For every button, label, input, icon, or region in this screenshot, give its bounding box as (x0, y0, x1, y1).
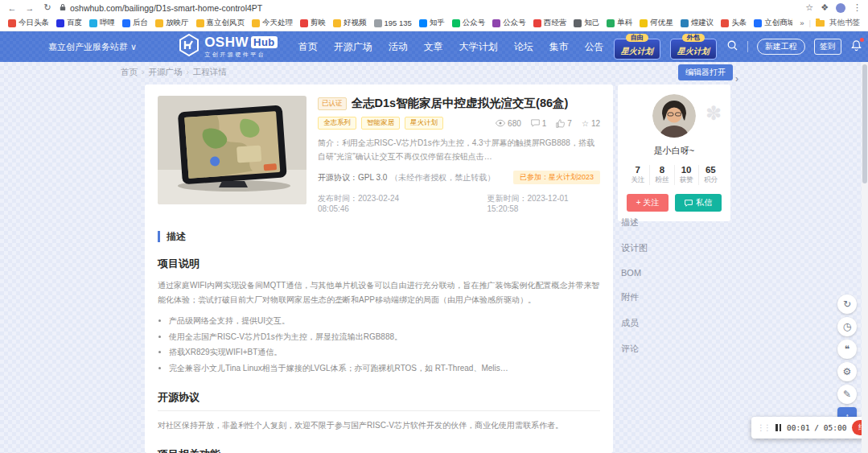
other-bookmarks-label[interactable]: 其他书签 (829, 18, 860, 28)
anchor-nav-item[interactable]: 设计图 (621, 242, 648, 254)
message-button[interactable]: 私信 (675, 194, 722, 212)
breadcrumb-square[interactable]: 开源广场 (138, 67, 183, 78)
bookmark-favicon (56, 19, 64, 27)
search-icon[interactable] (726, 39, 738, 55)
bookmark-item[interactable]: 195 135 (374, 19, 412, 27)
station-group-dropdown[interactable]: 嘉立创产业服务站群 ∨ (48, 41, 137, 53)
bookmark-item[interactable]: 公众号 (452, 18, 486, 28)
anchor-nav-item[interactable]: BOM (621, 268, 648, 278)
project-image[interactable] (158, 96, 306, 204)
nav-item[interactable]: 集市 (549, 40, 569, 54)
browser-menu-icon[interactable]: ⋮ (853, 2, 862, 13)
pause-icon[interactable] (775, 424, 781, 431)
collapse-chevron-icon[interactable]: › (735, 73, 738, 84)
author-stat[interactable]: 8 粉丝 (649, 165, 673, 185)
bookmarks-overflow-icon[interactable]: » (800, 19, 804, 27)
edit-icon[interactable]: ✎ (837, 385, 857, 404)
author-stat[interactable]: 7 关注 (626, 165, 649, 185)
bookmark-item[interactable]: 百度 (56, 18, 82, 28)
scrollbar-thumb[interactable] (862, 64, 867, 183)
refresh-icon[interactable]: ↻ (837, 294, 857, 314)
nav-item[interactable]: 公告 (585, 40, 604, 54)
bookmark-item[interactable]: 西经营 (533, 18, 567, 28)
nav-item[interactable]: 文章 (424, 40, 443, 54)
bookmark-star-icon[interactable]: ☆ (805, 2, 813, 13)
extensions-icon[interactable]: ❖ (821, 2, 829, 13)
url-bar[interactable]: oshwhub.com/bailingg/D1s-smart-home-cont… (60, 3, 799, 13)
project-bullet-list: 产品级网络全支持，提供UI交互。使用全志国产RISC-V芯片D1s作为主控，屏显… (169, 313, 600, 376)
bookmark-item[interactable]: 好视频 (333, 18, 367, 28)
anchor-nav-item[interactable]: 评论 (621, 343, 648, 355)
bookmark-item[interactable]: 公众号 (492, 18, 526, 28)
anchor-nav-item[interactable]: 描述 (621, 216, 648, 229)
author-stat[interactable]: 10 获赞 (674, 165, 698, 185)
author-avatar[interactable] (652, 94, 696, 138)
settings-gear-icon[interactable]: ⚙ (837, 362, 857, 381)
bookmark-item[interactable]: 立创商城 (754, 18, 792, 28)
nav-item[interactable]: 论坛 (514, 40, 533, 54)
bookmark-item[interactable]: 今天处理 (252, 18, 293, 28)
bookmark-favicon (721, 19, 729, 27)
browser-profile-avatar[interactable] (836, 3, 845, 13)
nav-item[interactable]: 首页 (298, 40, 318, 54)
bookmark-item[interactable]: 何优星 (640, 18, 673, 28)
bookmark-item[interactable]: 头条 (721, 18, 747, 28)
comments-stat[interactable]: 1 (531, 119, 547, 128)
url-text: oshwhub.com/bailingg/D1s-smart-home-cont… (70, 3, 262, 13)
open-in-editor-button[interactable]: 编辑器打开 (678, 64, 733, 80)
like-button[interactable]: 7 (556, 119, 572, 128)
drag-handle-icon[interactable]: ⋮⋮ (757, 423, 770, 432)
heading-features: 项目相关功能 (158, 447, 600, 453)
breadcrumb-home[interactable]: 首页 (121, 67, 138, 78)
back-icon[interactable]: ← (6, 3, 18, 13)
anchor-nav-item[interactable]: 成员 (621, 317, 648, 329)
site-logo[interactable]: OSHWHub 立创开源硬件平台 (179, 34, 278, 60)
nav-item[interactable]: 大学计划 (459, 40, 498, 54)
nav-item[interactable]: 活动 (389, 40, 408, 54)
bookmarks-bar: 今日头条 百度 哔哩 后台 放映厅 嘉立 (0, 15, 868, 31)
forward-icon[interactable]: → (24, 3, 35, 13)
project-tag[interactable]: 智能家居 (361, 117, 400, 130)
notifications-bell-icon[interactable] (850, 39, 862, 55)
bookmark-item[interactable]: 嘉立创风页 (196, 18, 245, 28)
favorite-button[interactable]: ☆12 (582, 119, 600, 128)
section-anchor-nav: 描述设计图BOM附件成员评论 (621, 216, 648, 369)
new-project-button[interactable]: 新建工程 (757, 39, 805, 55)
bookmark-favicon (8, 19, 16, 27)
follow-button[interactable]: + 关注 (627, 194, 669, 212)
spark-plan-free-badge[interactable]: 自由 星火计划 (614, 39, 660, 60)
page-scrollbar[interactable] (862, 62, 868, 453)
checkin-button[interactable]: 签到 (814, 39, 841, 55)
recording-time: 00:01 / 05:00 (787, 423, 846, 432)
author-stat[interactable]: 65 积分 (698, 165, 722, 185)
views-stat: 680 (496, 119, 521, 128)
nav-item[interactable]: 开源广场 (334, 40, 372, 54)
author-name[interactable]: 是小白呀~ (626, 145, 722, 157)
paragraph-project-notes: 通过家庭WIFI内网实现设备间MQTT通信，与其他单片机设备可以自由进行充分联动… (158, 278, 600, 307)
comment-icon[interactable]: ❝ (837, 340, 857, 359)
spark-joined-badge[interactable]: 已参加：星火计划2023 (513, 171, 600, 184)
bookmark-item[interactable]: 剪映 (300, 18, 326, 28)
bookmark-item[interactable]: 放映厅 (155, 18, 189, 28)
bookmark-item[interactable]: 哔哩 (89, 18, 115, 28)
bookmark-item[interactable]: 单科 (607, 18, 632, 28)
bookmark-label: 今天处理 (262, 18, 293, 28)
floating-toolbar: ↻ ◷ ❝ ⚙ ✎ ↑ (837, 294, 857, 426)
reload-icon[interactable]: ↻ (42, 2, 53, 13)
project-tag[interactable]: 星火计划 (405, 117, 443, 130)
author-card: ✽ 是小白呀~ 7 关注 8 粉丝 10 获赞 (618, 84, 730, 221)
bookmark-label: 好视频 (343, 18, 367, 28)
spark-plan-outsource-badge[interactable]: 外包 星火计划 (670, 39, 717, 60)
bookmark-label: 立创商城 (764, 18, 792, 28)
bookmark-item[interactable]: 知乎 (419, 18, 445, 28)
author-stats: 7 关注 8 粉丝 10 获赞 65 积分 (626, 165, 722, 185)
bookmark-item[interactable]: 煌建议 (681, 18, 714, 28)
bookmark-item[interactable]: 后台 (122, 18, 148, 28)
logo-main-text: OSHW (204, 35, 249, 49)
bookmark-item[interactable]: 知己 (574, 18, 599, 28)
history-icon[interactable]: ◷ (837, 317, 857, 336)
bookmark-item[interactable]: 今日头条 (8, 18, 49, 28)
project-tag[interactable]: 全志系列 (318, 117, 356, 130)
anchor-nav-item[interactable]: 附件 (621, 291, 648, 303)
heading-license: 开源协议 (158, 390, 600, 411)
